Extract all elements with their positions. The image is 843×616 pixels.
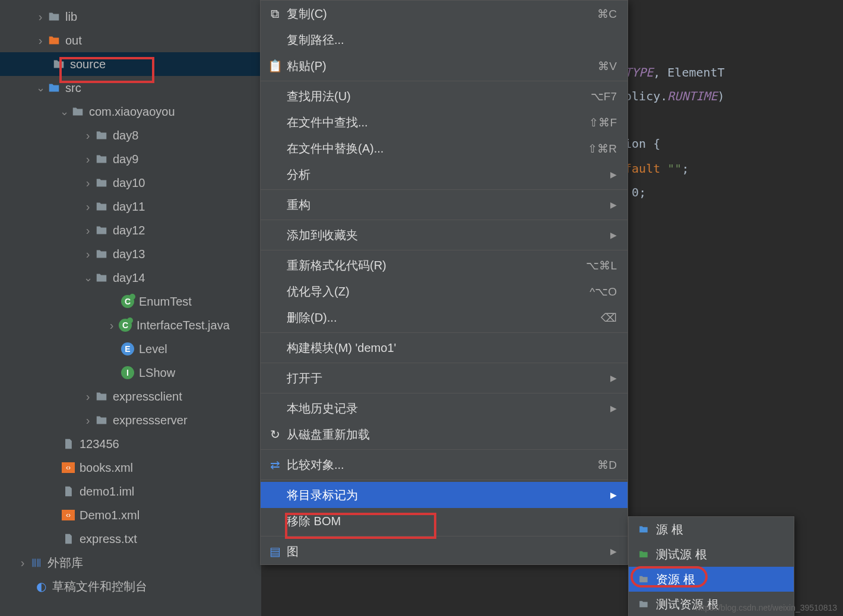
tree-item-out[interactable]: out <box>0 28 261 52</box>
menu-reformat[interactable]: 重新格式化代码(R) ⌥⌘L <box>261 252 628 278</box>
tree-label: out <box>65 34 82 47</box>
submenu-arrow-icon: ▶ <box>610 230 617 240</box>
menu-reload[interactable]: ↻ 从磁盘重新加载 <box>261 421 628 447</box>
tree-item-expressclient[interactable]: expressclient <box>0 385 261 408</box>
tree-item-day10[interactable]: day10 <box>0 171 261 195</box>
annotation-box <box>285 513 436 539</box>
file-icon <box>62 485 75 498</box>
expand-arrow-icon[interactable] <box>83 129 93 142</box>
menu-copypath[interactable]: 复制路径... <box>261 27 628 53</box>
context-menu[interactable]: ⧉ 复制(C) ⌘C 复制路径... 📋 粘贴(P) ⌘V 查找用法(U) ⌥F… <box>260 0 628 565</box>
expand-arrow-icon[interactable] <box>83 153 93 166</box>
menu-separator <box>261 332 628 333</box>
tree-label: expressclient <box>113 390 182 404</box>
tree-item-interfacetest[interactable]: C InterfaceTest.java <box>0 313 261 337</box>
tree-item-expresstxt[interactable]: express.txt <box>0 527 261 551</box>
expand-arrow-icon[interactable] <box>36 34 45 47</box>
tree-label: Level <box>139 342 167 356</box>
menu-refactor[interactable]: 重构 ▶ <box>261 192 628 218</box>
annotation-circle <box>630 566 708 588</box>
expand-arrow-icon[interactable] <box>107 319 116 332</box>
expand-arrow-icon[interactable] <box>83 390 93 404</box>
expand-arrow-icon[interactable] <box>83 247 93 261</box>
submenu-arrow-icon: ▶ <box>610 404 617 413</box>
menu-analyze[interactable]: 分析 ▶ <box>261 161 628 188</box>
tree-item-scratches[interactable]: ◐ 草稿文件和控制台 <box>0 574 261 598</box>
submenu-arrow-icon: ▶ <box>610 547 617 556</box>
tree-item-enumtest[interactable]: C EnumTest <box>0 290 261 313</box>
tree-label: day9 <box>113 153 138 166</box>
menu-optimize[interactable]: 优化导入(Z) ^⌥O <box>261 278 628 304</box>
menu-separator <box>261 81 628 81</box>
expand-arrow-icon[interactable] <box>18 556 27 570</box>
submenu-arrow-icon: ▶ <box>610 373 617 383</box>
menu-addfav[interactable]: 添加到收藏夹 ▶ <box>261 222 628 248</box>
tree-item-demo1iml[interactable]: demo1.iml <box>0 480 261 503</box>
xml-icon: ‹› <box>62 510 75 520</box>
menu-diagrams[interactable]: ▤ 图 ▶ <box>261 538 628 564</box>
tree-label: 123456 <box>80 437 119 451</box>
menu-copy[interactable]: ⧉ 复制(C) ⌘C <box>261 1 628 27</box>
expand-arrow-icon[interactable] <box>83 224 93 237</box>
tree-item-external[interactable]: ⦀⦀ 外部库 <box>0 551 261 574</box>
tree-label: day11 <box>113 200 145 214</box>
package-icon <box>95 129 108 142</box>
watermark: https://blog.csdn.net/weixin_39510813 <box>696 603 837 612</box>
menu-delete[interactable]: 删除(D)... ⌫ <box>261 304 628 331</box>
folder-icon <box>47 81 61 94</box>
menu-compare[interactable]: ⇄ 比较对象... ⌘D <box>261 452 628 478</box>
folder-icon <box>47 10 61 23</box>
expand-arrow-icon[interactable] <box>83 414 93 427</box>
tree-item-123456[interactable]: 123456 <box>0 432 261 456</box>
collapse-arrow-icon[interactable] <box>59 105 69 118</box>
xml-icon: ‹› <box>62 462 75 473</box>
paste-icon: 📋 <box>267 59 283 73</box>
menu-findinfiles[interactable]: 在文件中查找... ⇧⌘F <box>261 109 628 135</box>
tree-item-lshow[interactable]: I LShow <box>0 361 261 385</box>
tree-label: express.txt <box>80 532 137 546</box>
tree-item-day12[interactable]: day12 <box>0 218 261 242</box>
menu-buildmodule[interactable]: 构建模块(M) 'demo1' <box>261 335 628 361</box>
tree-item-day11[interactable]: day11 <box>0 195 261 218</box>
menu-markdir[interactable]: 将目录标记为 ▶ <box>261 482 628 508</box>
tree-item-lib[interactable]: lib <box>0 5 261 28</box>
menu-replaceinfiles[interactable]: 在文件中替换(A)... ⇧⌘R <box>261 135 628 161</box>
tree-label: Demo1.xml <box>80 509 140 522</box>
tree-item-package[interactable]: com.xiaoyaoyou <box>0 100 261 123</box>
annotation-box <box>59 57 154 83</box>
submenu-arrow-icon: ▶ <box>610 170 617 179</box>
tree-label: day13 <box>113 247 145 261</box>
tree-item-expressserver[interactable]: expressserver <box>0 408 261 432</box>
tree-item-day14[interactable]: day14 <box>0 266 261 290</box>
tree-label: InterfaceTest.java <box>137 319 230 332</box>
menu-separator <box>261 189 628 190</box>
code-line: .TYPE, ElementT <box>617 65 725 80</box>
collapse-arrow-icon[interactable] <box>36 81 45 94</box>
submenu-testroot[interactable]: 测试源 根 <box>629 542 794 567</box>
tree-label: 外部库 <box>47 555 83 571</box>
tree-label: day12 <box>113 224 145 237</box>
package-icon <box>95 271 108 284</box>
tree-item-level[interactable]: E Level <box>0 337 261 361</box>
tree-label: lib <box>65 10 77 24</box>
collapse-arrow-icon[interactable] <box>83 271 93 284</box>
submenu-sourceroot[interactable]: 源 根 <box>629 517 794 542</box>
tree-item-day9[interactable]: day9 <box>0 147 261 171</box>
expand-arrow-icon[interactable] <box>83 200 93 214</box>
menu-paste[interactable]: 📋 粘贴(P) ⌘V <box>261 53 628 79</box>
project-tree[interactable]: lib out source src com.xiaoyaoyou day8 d… <box>0 0 261 616</box>
tree-item-day8[interactable]: day8 <box>0 123 261 147</box>
expand-arrow-icon[interactable] <box>83 176 93 190</box>
tree-item-demo1xml[interactable]: ‹› Demo1.xml <box>0 503 261 527</box>
tree-label: com.xiaoyaoyou <box>89 105 175 119</box>
expand-arrow-icon[interactable] <box>36 10 45 24</box>
menu-openin[interactable]: 打开于 ▶ <box>261 365 628 391</box>
tree-item-booksxml[interactable]: ‹› books.xml <box>0 456 261 480</box>
menu-separator <box>261 480 628 480</box>
menu-findusages[interactable]: 查找用法(U) ⌥F7 <box>261 83 628 109</box>
folder-icon <box>637 524 650 535</box>
menu-localhistory[interactable]: 本地历史记录 ▶ <box>261 395 628 421</box>
submenu-label: 测试源 根 <box>656 547 707 563</box>
menu-separator <box>261 250 628 250</box>
tree-item-day13[interactable]: day13 <box>0 242 261 266</box>
